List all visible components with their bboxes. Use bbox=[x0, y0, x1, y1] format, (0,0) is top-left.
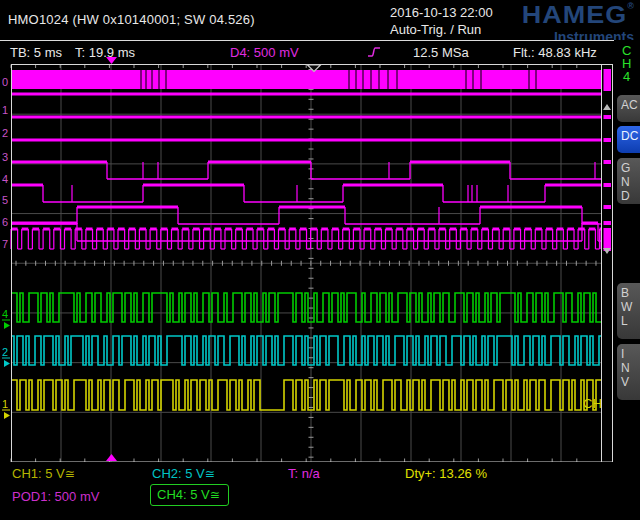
pod1-readout: POD1: 500 mV bbox=[12, 489, 99, 504]
period-measurement: T: n/a bbox=[288, 466, 320, 481]
ch4-position-marker: 4 bbox=[2, 308, 8, 320]
pod-bit-labels: 01234567 bbox=[2, 76, 8, 250]
trigger-position-marker-bottom bbox=[106, 454, 117, 461]
svg-text:1: 1 bbox=[2, 104, 8, 116]
ch1-readout: CH1: 5 V≅ bbox=[12, 466, 75, 481]
svg-text:2: 2 bbox=[2, 127, 8, 139]
svg-text:3: 3 bbox=[2, 151, 8, 163]
trace-d5 bbox=[11, 207, 601, 224]
trigger-position-marker-top bbox=[106, 57, 117, 64]
trigger-status: Auto-Trig. / Run bbox=[390, 22, 481, 37]
ch1-coupling-icon: ≅ bbox=[65, 467, 75, 481]
svg-text:6: 6 bbox=[2, 216, 8, 228]
scroll-up-icon bbox=[603, 104, 611, 110]
ch1-scale: CH1: 5 V bbox=[12, 466, 65, 481]
bandwidth-limit-button[interactable]: B W L bbox=[617, 283, 640, 339]
ch4-scale: CH4: 5 V bbox=[157, 487, 210, 502]
trace-d0 bbox=[11, 70, 601, 94]
svg-text:5: 5 bbox=[2, 194, 8, 206]
datetime: 2016-10-13 22:00 bbox=[390, 5, 493, 20]
trace-d7 bbox=[11, 229, 601, 249]
brand-logo: HAMEG® Instruments bbox=[522, 2, 634, 44]
invert-button[interactable]: I N V bbox=[617, 344, 640, 400]
registered-mark: ® bbox=[627, 1, 634, 11]
svg-text:4: 4 bbox=[2, 173, 8, 185]
ch4-readout-selected[interactable]: CH4: 5 V≅ bbox=[150, 484, 229, 506]
svg-text:7: 7 bbox=[2, 238, 8, 250]
oscilloscope-screen: HMO1024 (HW 0x10140001; SW 04.526) 2016-… bbox=[0, 0, 640, 520]
ch4-coupling-icon: ≅ bbox=[210, 488, 220, 502]
ch1-position-marker: 1 bbox=[2, 398, 8, 410]
duty-cycle-measurement: Dty+: 13.26 % bbox=[405, 466, 487, 481]
sidebar-channel-label: C H 4 bbox=[622, 44, 631, 83]
channel-readout-bar: CH1: 5 V≅ CH2: 5 V≅ T: n/a Dty+: 13.26 %… bbox=[0, 462, 640, 520]
trace-d3 bbox=[11, 162, 601, 179]
softkey-sidebar: C H 4 AC DC G N D B W L I N V bbox=[614, 40, 640, 462]
virtual-screen-bar bbox=[603, 69, 611, 254]
ch2-readout: CH2: 5 V≅ bbox=[152, 466, 215, 481]
brand-name: HAMEG bbox=[522, 3, 628, 28]
coupling-ac-button[interactable]: AC bbox=[617, 95, 640, 122]
coupling-dc-button[interactable]: DC bbox=[617, 126, 640, 153]
ch1-overlay-label: CH1 bbox=[583, 396, 609, 411]
header-bar: HMO1024 (HW 0x10140001; SW 04.526) 2016-… bbox=[0, 0, 640, 40]
ch2-scale: CH2: 5 V bbox=[152, 466, 205, 481]
trace-d4 bbox=[11, 185, 601, 202]
svg-text:0: 0 bbox=[2, 76, 8, 88]
scope-display: 42101234567CH1 bbox=[0, 52, 640, 462]
device-title: HMO1024 (HW 0x10140001; SW 04.526) bbox=[8, 12, 255, 27]
ch2-position-marker: 2 bbox=[2, 346, 8, 358]
ch2-coupling-icon: ≅ bbox=[205, 467, 215, 481]
coupling-gnd-button[interactable]: G N D bbox=[617, 158, 640, 204]
